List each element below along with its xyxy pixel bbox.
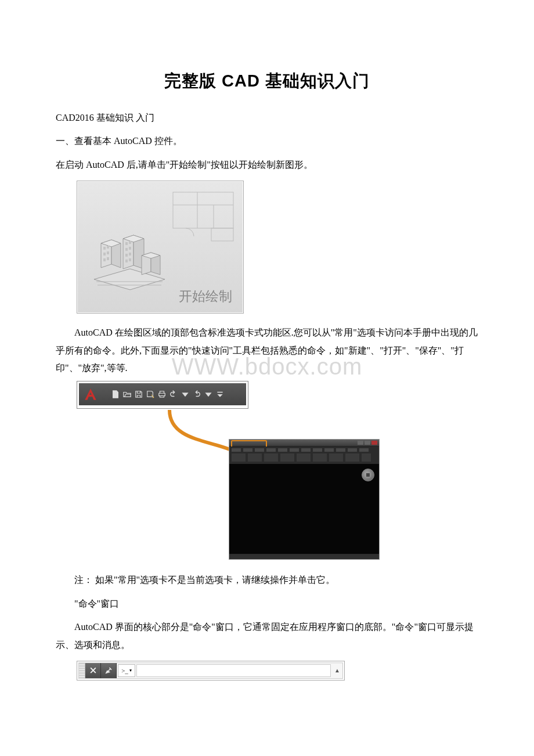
heading-command-window: "命令"窗口 xyxy=(56,595,478,613)
paragraph-note: 注： 如果"常用"选项卡不是当前选项卡，请继续操作并单击它。 xyxy=(56,571,478,589)
command-close-icon xyxy=(85,663,101,678)
autocad-window-screenshot xyxy=(229,439,380,560)
page-title: 完整版 CAD 基础知识入门 xyxy=(56,70,478,93)
paragraph-subtitle: CAD2016 基础知识 入门 xyxy=(56,109,478,127)
saveas-icon xyxy=(146,390,154,398)
redo-dropdown-icon xyxy=(204,390,212,398)
svg-rect-21 xyxy=(125,242,128,245)
redo-icon xyxy=(193,390,201,398)
figure-start-drawing-tile: 开始绘制 xyxy=(77,181,244,314)
save-icon xyxy=(135,390,143,398)
svg-rect-4 xyxy=(211,228,233,241)
svg-rect-25 xyxy=(125,254,128,257)
paragraph-command-window-desc: AutoCAD 界面的核心部分是"命令"窗口，它通常固定在应用程序窗口的底部。"… xyxy=(56,618,478,654)
undo-icon xyxy=(169,390,178,398)
svg-rect-20 xyxy=(107,257,109,260)
svg-rect-18 xyxy=(107,251,109,254)
command-line-grip-icon xyxy=(79,663,85,678)
start-tile-label: 开始绘制 xyxy=(179,287,232,305)
new-file-icon xyxy=(111,390,120,398)
svg-rect-22 xyxy=(129,241,131,244)
svg-rect-17 xyxy=(103,253,106,255)
svg-rect-28 xyxy=(129,258,131,261)
undo-dropdown-icon xyxy=(181,390,189,398)
figure-quick-access-callout xyxy=(77,381,380,561)
svg-rect-15 xyxy=(103,247,106,250)
command-input[interactable] xyxy=(136,664,331,677)
svg-rect-19 xyxy=(103,258,106,261)
paragraph-ribbon-desc: AutoCAD 在绘图区域的顶部包含标准选项卡式功能区.您可以从"常用"选项卡访… xyxy=(56,324,478,377)
figure-command-line: >_▾ ▲ xyxy=(77,661,345,681)
print-icon xyxy=(158,390,166,398)
autocad-logo-icon xyxy=(80,384,101,405)
svg-rect-0 xyxy=(173,192,233,228)
svg-rect-23 xyxy=(125,248,128,251)
command-settings-icon xyxy=(101,663,117,678)
svg-rect-16 xyxy=(107,246,109,249)
svg-rect-26 xyxy=(129,253,131,255)
open-file-icon xyxy=(123,390,131,398)
qat-customize-icon xyxy=(216,390,224,398)
paragraph-start-drawing: 在启动 AutoCAD 后,请单击"开始绘制"按钮以开始绘制新图形。 xyxy=(56,156,478,174)
svg-rect-24 xyxy=(129,247,131,250)
paragraph-section-1: 一、查看基本 AutoCAD 控件。 xyxy=(56,132,478,150)
viewcube-icon xyxy=(362,469,374,481)
svg-rect-27 xyxy=(125,260,128,262)
command-prompt-icon: >_▾ xyxy=(118,664,135,677)
command-history-icon: ▲ xyxy=(332,663,342,678)
